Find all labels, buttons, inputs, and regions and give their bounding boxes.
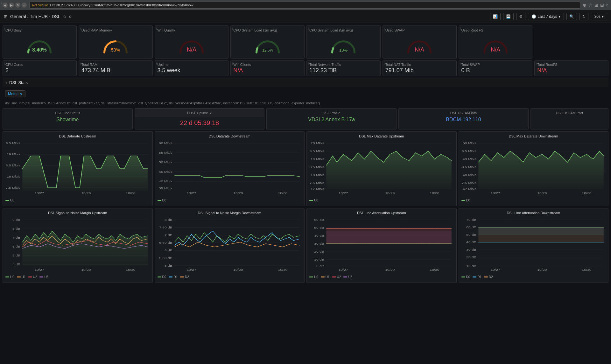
legend-u0-dot [5, 200, 9, 201]
used-rootfs-gauge-svg: N/A [481, 35, 510, 54]
dsl-uptime-header[interactable]: i DSL Uptime ∨ [135, 108, 264, 117]
svg-text:7 dB: 7 dB [165, 234, 172, 237]
svg-text:6.50 dB: 6.50 dB [159, 241, 172, 244]
dsl-stats-section-header[interactable]: ∨ DSL Stats [3, 78, 608, 87]
dsl-uptime-info-icon[interactable]: i [187, 111, 188, 115]
browser-icons: ⊕ ☆ ⊞ ⊟ ○ [583, 3, 608, 8]
used-rootfs-card: i Used Root FS N/A [459, 25, 533, 59]
total-swap-info-icon[interactable]: i [460, 62, 461, 65]
refresh-button-header[interactable]: ↻ [579, 13, 588, 20]
cpu-load-5m-gauge: 13% [309, 33, 378, 56]
attn-downstream-chart-area: 70 dB 60 dB 50 dB 40 dB 30 dB 20 dB 10 d… [461, 217, 606, 274]
total-ram-info-icon[interactable]: i [80, 62, 81, 65]
metric-chevron-icon: ∨ [20, 92, 23, 96]
dsl-dslam-info-title: DSL DSLAM Info [401, 111, 526, 115]
svg-text:48.5 Mb/s: 48.5 Mb/s [461, 165, 476, 169]
dsl-max-upstream-chart-title: DSL Max Datarate Upstream [309, 134, 454, 138]
used-ram-card: i Used RAM Memory 50% [79, 25, 153, 59]
cpu-load-5m-title: CPU System Load (5m avg) [309, 28, 378, 32]
browser-url[interactable]: Not Secure 172.30.2.176:43000/d/wxyZCnuM… [29, 2, 580, 9]
uptime-info-icon[interactable]: i [156, 62, 157, 65]
refresh-button[interactable]: ↻ [15, 3, 20, 8]
svg-text:55 Mb/s: 55 Mb/s [159, 151, 172, 154]
breadcrumb-home[interactable]: General [10, 14, 26, 19]
svg-text:17.5 Mb/s: 17.5 Mb/s [5, 186, 20, 189]
snr-upstream-legend: U0 U1 U2 U3 [5, 274, 150, 280]
legend-attn-u1-label: U1 [326, 275, 330, 279]
dsl-upstream-chart-area: 19.5 Mb/s 19 Mb/s 18.5 Mb/s 18 Mb/s 17.5… [5, 140, 150, 197]
wifi-quality-info-icon[interactable]: i [156, 27, 157, 30]
cpu-busy-info-icon[interactable]: i [4, 27, 5, 30]
legend-max-d0-dot [461, 200, 465, 201]
total-network-info-icon[interactable]: i [308, 62, 309, 65]
dsl-upstream-chart-title: DSL Datarate Upstream [5, 134, 150, 138]
zoom-out-button[interactable]: 🔍 [566, 13, 577, 20]
user-icon[interactable]: ○ [606, 3, 608, 8]
breadcrumb-separator: / [27, 14, 29, 19]
total-rootfs-info-icon[interactable]: i [536, 62, 537, 65]
attn-downstream-legend: D0 D1 D2 [461, 274, 606, 280]
svg-text:10/30: 10/30 [430, 192, 439, 195]
share-icon[interactable]: ⎋ [69, 14, 71, 19]
svg-text:10/27: 10/27 [339, 192, 348, 195]
star-icon[interactable]: ☆ [588, 3, 593, 8]
cpu-cores-info-icon[interactable]: i [4, 62, 5, 65]
legend-snr-u2-dot [28, 276, 32, 277]
time-range-label: Last 7 days [537, 14, 557, 19]
used-ram-gauge-svg: 50% [101, 35, 130, 54]
total-nat-info-icon[interactable]: i [384, 62, 385, 65]
charts-row-2: DSL Signal to Noise Margin Upstream [3, 208, 608, 283]
legend-snr-u0-label: U0 [10, 275, 14, 279]
dsl-max-upstream-chart-area: 20 Mb/s 19.5 Mb/s 19 Mb/s 18.5 Mb/s 18 M… [309, 140, 454, 197]
cpu-load-1m-card: i CPU System Load (1m avg) 12.5% [230, 25, 305, 59]
dsl-max-downstream-chart-card: DSL Max Datarate Downstream 50 [459, 131, 609, 206]
svg-text:10/30: 10/30 [430, 268, 439, 271]
total-ram-value: 473.74 MiB [81, 67, 150, 74]
legend-snrd-d1-dot [169, 276, 172, 277]
grid-icon[interactable]: ⊞ [4, 14, 8, 19]
dashboard-star-icon[interactable]: ☆ [63, 14, 67, 19]
dsl-dslam-port-info-icon[interactable]: i [1, 1, 2, 4]
graph-view-button[interactable]: 📊 [490, 13, 501, 20]
used-rootfs-info-icon[interactable]: i [460, 27, 461, 30]
svg-text:10/30: 10/30 [126, 268, 135, 271]
cpu-load-1m-title: CPU System Load (1m avg) [233, 28, 302, 32]
dsl-uptime-card: i DSL Uptime ∨ 22 d 05:39:18 [135, 108, 265, 130]
dsl-upstream-svg: 19.5 Mb/s 19 Mb/s 18.5 Mb/s 18 Mb/s 17.5… [5, 140, 150, 197]
home-button[interactable]: ⌂ [22, 3, 27, 8]
time-range-button[interactable]: 🕐 Last 7 days ▾ [528, 13, 564, 20]
save-button[interactable]: 💾 [503, 13, 514, 20]
total-rootfs-card: i Total RootFS N/A [534, 60, 608, 76]
forward-button[interactable]: ▶ [9, 3, 14, 8]
svg-text:13%: 13% [339, 48, 348, 52]
apps-icon[interactable]: ⊟ [600, 3, 604, 8]
metric-select[interactable]: Metric ∨ [5, 90, 25, 97]
used-swap-card: i Used SWAP N/A [383, 25, 457, 59]
puzzle-icon[interactable]: ⊞ [594, 3, 598, 8]
svg-marker-51 [326, 151, 451, 189]
legend-attn-d1: D1 [473, 275, 481, 279]
used-ram-info-icon[interactable]: i [80, 27, 81, 30]
ext-icon[interactable]: ⊕ [583, 3, 586, 8]
cpu-load-5m-info-icon[interactable]: i [308, 27, 309, 30]
svg-text:7.50 dB: 7.50 dB [159, 226, 172, 229]
svg-text:19.5 Mb/s: 19.5 Mb/s [5, 142, 20, 145]
snr-upstream-chart-card: DSL Signal to Noise Margin Upstream [3, 208, 153, 283]
legend-max-d0-label: D0 [466, 199, 470, 202]
browser-controls[interactable]: ◀ ▶ ↻ ⌂ [3, 3, 27, 8]
used-swap-info-icon[interactable]: i [384, 27, 385, 30]
cpu-load-1m-info-icon[interactable]: i [232, 27, 233, 30]
wifi-clients-info-icon[interactable]: i [232, 62, 233, 65]
settings-button[interactable]: ⚙ [516, 13, 525, 20]
url-text: 172.30.2.176:43000/d/wxyZCnuMk/tim-hub-d… [49, 3, 193, 7]
refresh-rate-button[interactable]: 30s ▾ [591, 13, 607, 20]
svg-text:30 dB: 30 dB [314, 242, 324, 245]
cpu-load-1m-gauge: 12.5% [233, 33, 302, 56]
header-right[interactable]: 📊 💾 ⚙ 🕐 Last 7 days ▾ 🔍 ↻ 30s ▾ [490, 13, 607, 20]
legend-snrd-d2-label: D2 [185, 275, 189, 279]
dsl-line-status-value: Showtime [5, 117, 130, 122]
legend-attn-u2: U2 [332, 275, 341, 279]
svg-text:10/30: 10/30 [582, 192, 591, 195]
back-button[interactable]: ◀ [3, 3, 8, 8]
legend-snr-u2: U2 [28, 275, 37, 279]
